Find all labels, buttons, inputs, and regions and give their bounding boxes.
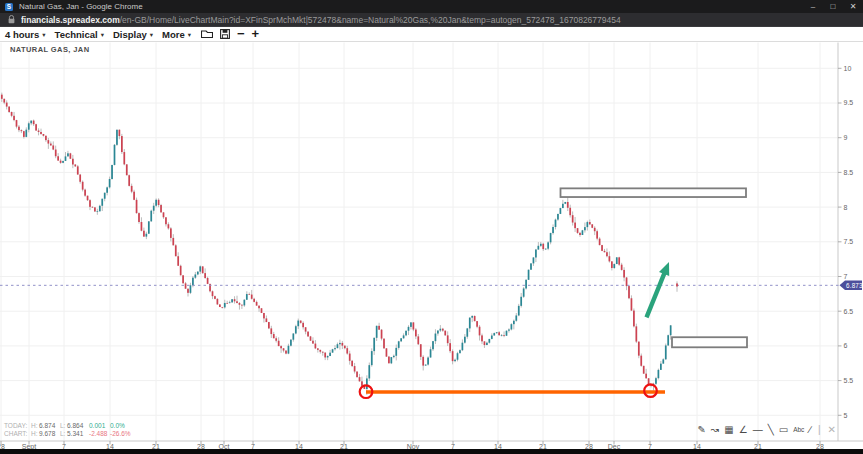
- candle-body: [305, 327, 307, 331]
- candle-body: [128, 175, 130, 186]
- candle-body: [655, 378, 657, 384]
- candle-body: [16, 120, 18, 127]
- chevron-down-icon: ▾: [42, 31, 45, 39]
- candle-body: [40, 132, 42, 134]
- menu-display[interactable]: Display▾: [113, 29, 153, 40]
- candle-body: [226, 303, 228, 304]
- candle-body: [437, 331, 439, 334]
- candle-body: [111, 165, 113, 179]
- candle-body: [1, 95, 3, 99]
- freehand-tool-icon[interactable]: ∕: [809, 424, 811, 436]
- candle-body: [444, 331, 446, 336]
- candle-body: [327, 356, 329, 357]
- delete-drawing-icon[interactable]: ✕: [828, 424, 836, 436]
- candle-body: [138, 213, 140, 222]
- candle-body: [405, 331, 407, 336]
- candle-body: [479, 327, 481, 336]
- save-chart-button[interactable]: [220, 29, 230, 39]
- address-bar[interactable]: financials.spreadex.com/en-GB/Home/LiveC…: [0, 13, 863, 27]
- candle-body: [486, 343, 488, 345]
- candle-body: [89, 200, 91, 207]
- candle-body: [67, 153, 69, 156]
- candle-body: [550, 233, 552, 242]
- trend-fan-tool-icon[interactable]: ∠: [739, 424, 748, 436]
- svg-text:CHART: H:: CHART: H: 9.678 L: 5.341 -2.488 -26.6%: [4, 430, 131, 437]
- polyline-tool-icon[interactable]: ↝: [711, 424, 719, 436]
- candle-body: [476, 321, 478, 327]
- minimize-button[interactable]: –: [803, 0, 823, 13]
- candle-body: [628, 286, 630, 298]
- horizontal-line-tool-icon[interactable]: —: [753, 424, 763, 436]
- pencil-tool-icon[interactable]: ✎: [697, 424, 705, 436]
- candle-body: [658, 370, 660, 378]
- price-chart-canvas[interactable]: 6.873 109.598.587.576.565.5528Sept714212…: [0, 42, 863, 449]
- text-tool-icon[interactable]: Abc: [793, 424, 804, 436]
- candle-body: [190, 285, 192, 293]
- candle-body: [574, 223, 576, 229]
- candle-body: [92, 207, 94, 208]
- candle-body: [197, 272, 199, 275]
- candle-body: [322, 352, 324, 353]
- candle-body: [591, 224, 593, 227]
- candle-body: [403, 335, 405, 338]
- candle-body: [462, 343, 464, 351]
- candle-body: [165, 217, 167, 224]
- menu-4-hours[interactable]: 4 hours▾: [5, 29, 46, 40]
- candle-body: [273, 334, 275, 338]
- candle-body: [126, 164, 128, 175]
- candle-body: [351, 361, 353, 366]
- url-text[interactable]: financials.spreadex.com/en-GB/Home/LiveC…: [21, 15, 621, 25]
- bullish-arrow-shaft[interactable]: [647, 271, 666, 317]
- fibonacci-grid-tool-icon[interactable]: ▦: [724, 424, 733, 436]
- candle-body: [376, 326, 378, 338]
- candle-body: [555, 220, 557, 227]
- candle-body: [160, 205, 162, 212]
- candle-body: [567, 202, 569, 208]
- resistance-box[interactable]: [672, 337, 747, 347]
- candle-body: [547, 242, 549, 248]
- candle-body: [564, 202, 566, 204]
- menu-more[interactable]: More▾: [162, 29, 191, 40]
- chart-change-pct: -26.6%: [110, 430, 131, 437]
- chart-high-value: 9.678: [39, 430, 56, 437]
- today-high-value: 6.874: [39, 422, 56, 429]
- candle-body: [324, 353, 326, 358]
- candle-body: [518, 306, 520, 316]
- candle-body: [329, 353, 331, 356]
- candle-body: [251, 295, 253, 299]
- candle-body: [153, 206, 155, 211]
- chart-toolbar: 4 hours▾Technical▾Display▾More▾ −+: [0, 27, 863, 42]
- trend-line-tool-icon[interactable]: ╲: [768, 424, 774, 436]
- zoom-out-button[interactable]: −: [237, 29, 245, 39]
- candle-body: [293, 333, 295, 339]
- candle-body: [640, 356, 642, 366]
- bullish-arrow-head[interactable]: [659, 262, 669, 276]
- candle-body: [660, 364, 662, 370]
- candle-body: [275, 338, 277, 340]
- chart-panel: 6.873 109.598.587.576.565.5528Sept714212…: [0, 42, 863, 449]
- zoom-in-button[interactable]: +: [252, 29, 260, 39]
- candle-body: [45, 136, 47, 140]
- candle-body: [28, 123, 30, 129]
- resistance-box[interactable]: [561, 188, 747, 197]
- candle-body: [611, 261, 613, 268]
- candle-body: [234, 299, 236, 301]
- close-button[interactable]: ✕: [843, 0, 863, 13]
- candle-body: [116, 130, 118, 145]
- candle-body: [207, 278, 209, 284]
- maximize-button[interactable]: □: [823, 0, 843, 13]
- candle-body: [457, 353, 459, 360]
- candle-body: [511, 324, 513, 329]
- candle-body: [185, 283, 187, 288]
- candle-body: [55, 150, 57, 157]
- menu-technical[interactable]: Technical▾: [55, 29, 104, 40]
- open-chart-button[interactable]: [201, 29, 213, 39]
- rectangle-tool-icon[interactable]: ▭: [779, 424, 788, 436]
- candle-body: [50, 144, 52, 146]
- candle-body: [422, 357, 424, 366]
- title-bar: S Natural Gas, Jan - Google Chrome –□✕: [0, 0, 863, 13]
- candle-body: [501, 335, 503, 336]
- candle-body: [133, 192, 135, 200]
- candle-body: [266, 318, 268, 322]
- candle-body: [97, 211, 99, 212]
